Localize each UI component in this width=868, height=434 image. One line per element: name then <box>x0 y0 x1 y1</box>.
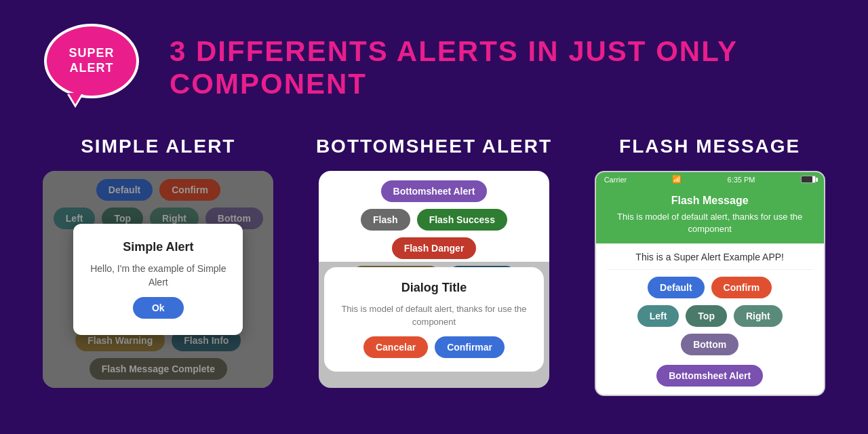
flash-notification-title: Flash Message <box>607 195 813 207</box>
simple-alert-dialog: Simple Alert Hello, I'm the example of S… <box>73 224 243 335</box>
bottomsheet-flash-button[interactable]: Flash <box>361 209 410 231</box>
bottomsheet-cancel-button[interactable]: Cancelar <box>363 336 428 358</box>
flash-notification-banner: Flash Message This is model of default a… <box>596 186 824 243</box>
bottomsheet-alert-title: BOTTOMSHEET ALERT <box>316 136 552 157</box>
flash-body-row2: Left Top Right Bottom <box>607 305 813 355</box>
battery-icon <box>801 176 816 183</box>
logo-container: SUPER ALERT <box>41 14 149 122</box>
flash-app-text: This is a Super Alert Example APP! <box>607 252 813 270</box>
flash-default-button[interactable]: Default <box>648 277 704 298</box>
flash-confirm-button[interactable]: Confirm <box>711 277 772 298</box>
flash-body: This is a Super Alert Example APP! Defau… <box>596 243 824 395</box>
bottomsheet-alert-button[interactable]: Bottomsheet Alert <box>381 180 488 202</box>
bottomsheet-panel-overlay: Dialog Title This is model of default al… <box>319 262 549 388</box>
dialog-title: Simple Alert <box>123 240 193 254</box>
bottomsheet-row1: Bottomsheet Alert <box>381 180 488 202</box>
bottomsheet-mockup: Bottomsheet Alert Flash Flash Success Fl… <box>319 171 549 388</box>
section-bottomsheet-alert: BOTTOMSHEET ALERT Bottomsheet Alert Flas… <box>296 136 572 396</box>
flash-message-mockup: Carrier 📶 6:35 PM Flash Message This is … <box>595 171 825 396</box>
flash-left-button[interactable]: Left <box>637 305 679 327</box>
flash-notification-message: This is model of default alert, thanks f… <box>607 211 813 235</box>
bottomsheet-confirm-button[interactable]: Confirmar <box>435 336 505 358</box>
bottomsheet-panel-message: This is model of default alert, thanks f… <box>338 303 530 328</box>
wifi-icon: 📶 <box>672 175 682 184</box>
logo-bubble-shape: SUPER ALERT <box>44 24 139 98</box>
dialog-message: Hello, I'm the example of Simple Alert <box>87 262 229 289</box>
logo-text: SUPER ALERT <box>47 46 136 75</box>
sections: SIMPLE ALERT Default Confirm Left Top Ri… <box>0 136 868 396</box>
bottomsheet-flash-danger-button[interactable]: Flash Danger <box>392 237 477 259</box>
simple-alert-title: SIMPLE ALERT <box>81 136 235 157</box>
bottomsheet-panel-buttons: Cancelar Confirmar <box>363 336 505 358</box>
header: SUPER ALERT 3 DIFFERENTS ALERTS IN JUST … <box>0 0 868 136</box>
flash-bottomsheet-button[interactable]: Bottomsheet Alert <box>656 365 763 387</box>
flash-body-row3: Bottomsheet Alert <box>656 365 763 387</box>
bottomsheet-panel-title: Dialog Title <box>401 281 467 295</box>
flash-bottom-button[interactable]: Bottom <box>681 334 738 355</box>
simple-alert-dialog-overlay: Simple Alert Hello, I'm the example of S… <box>43 171 273 388</box>
bottomsheet-flash-success-button[interactable]: Flash Success <box>417 209 507 231</box>
header-title: 3 DIFFERENTS ALERTS IN JUST ONLY COMPONE… <box>170 35 827 100</box>
flash-top-button[interactable]: Top <box>686 305 727 327</box>
logo-bubble: SUPER ALERT <box>44 24 146 112</box>
section-simple-alert: SIMPLE ALERT Default Confirm Left Top Ri… <box>20 136 296 396</box>
flash-body-row1: Default Confirm <box>648 277 772 298</box>
flash-message-title: FLASH MESSAGE <box>619 136 800 157</box>
time-text: 6:35 PM <box>728 176 755 184</box>
section-flash-message: FLASH MESSAGE Carrier 📶 6:35 PM Flash Me… <box>572 136 848 396</box>
bottomsheet-panel: Dialog Title This is model of default al… <box>324 267 544 371</box>
flash-status-bar: Carrier 📶 6:35 PM <box>596 172 824 186</box>
dialog-ok-button[interactable]: Ok <box>133 297 184 319</box>
simple-alert-mockup: Default Confirm Left Top Right Bottom Si… <box>43 171 273 388</box>
carrier-text: Carrier <box>604 176 627 184</box>
bottomsheet-row2: Flash Flash Success Flash Danger <box>328 209 540 259</box>
flash-right-button[interactable]: Right <box>734 305 783 327</box>
